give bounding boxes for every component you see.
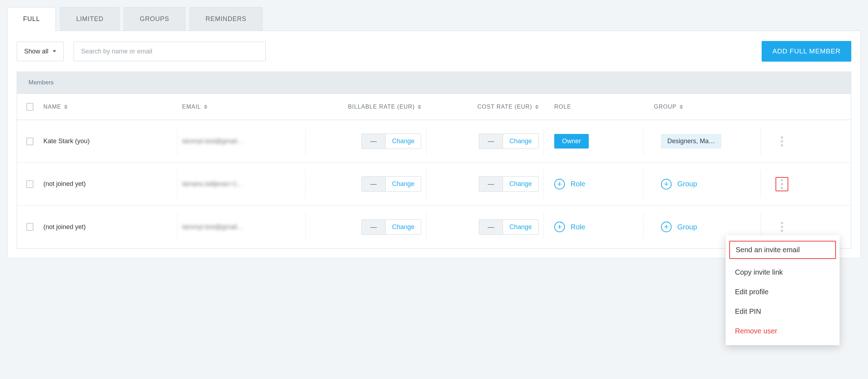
group-chip[interactable]: Designers, Ma…: [661, 134, 721, 149]
cell-role: Owner: [544, 120, 643, 162]
add-group-label: Group: [677, 223, 697, 231]
member-email: tamara.radijevac+1…: [182, 180, 243, 188]
select-all-checkbox[interactable]: [26, 103, 33, 111]
rate-value: —: [362, 177, 386, 191]
add-group-button[interactable]: + Group: [661, 222, 697, 232]
search-input[interactable]: [74, 42, 266, 61]
change-rate-button[interactable]: Change: [503, 134, 538, 149]
col-name-label: NAME: [43, 104, 61, 110]
col-role: ROLE: [544, 104, 643, 110]
rate-value: —: [479, 134, 503, 149]
cell-email: tammyt.test@gmail…: [177, 120, 305, 162]
cell-cost: — Change: [426, 163, 544, 205]
cell-email: tamara.radijevac+1…: [177, 163, 305, 205]
cell-actions: [761, 163, 803, 205]
rate-value: —: [362, 134, 386, 149]
cell-role: + Role: [544, 206, 643, 248]
table-title: Members: [17, 72, 851, 94]
member-name: Kate Stark (you): [43, 137, 90, 145]
cell-name: (not joined yet): [38, 206, 177, 248]
cell-billable: — Change: [305, 120, 426, 162]
cell-name: Kate Stark (you): [38, 120, 177, 162]
col-cost[interactable]: COST RATE (EUR): [426, 104, 544, 110]
filter-dropdown[interactable]: Show all: [17, 42, 64, 61]
tab-limited[interactable]: LIMITED: [60, 7, 120, 31]
add-role-button[interactable]: + Role: [554, 222, 585, 232]
role-badge-owner: Owner: [554, 134, 589, 149]
col-group-label: GROUP: [654, 104, 677, 110]
member-email: tammyt.test@gmail…: [182, 137, 243, 145]
table-row: Kate Stark (you) tammyt.test@gmail… — Ch…: [17, 120, 851, 163]
main-panel: Show all ADD FULL MEMBER Members NAME EM: [7, 31, 861, 258]
tab-reminders[interactable]: REMINDERS: [190, 7, 263, 31]
menu-edit-profile[interactable]: Edit profile: [726, 282, 840, 302]
table-header: NAME EMAIL BILLABLE RATE (EUR) COST RATE…: [17, 94, 851, 120]
table-row: (not joined yet) tamara.radijevac+1… — C…: [17, 163, 851, 206]
row-checkbox[interactable]: [26, 180, 33, 188]
change-rate-button[interactable]: Change: [503, 220, 538, 234]
col-cost-label: COST RATE (EUR): [477, 104, 532, 110]
chevron-down-icon: [53, 50, 56, 52]
tab-groups[interactable]: GROUPS: [124, 7, 185, 31]
tab-full[interactable]: FULL: [7, 7, 56, 31]
cell-cost: — Change: [426, 120, 544, 162]
plus-circle-icon: +: [661, 222, 672, 232]
add-role-label: Role: [571, 180, 585, 188]
tabs-bar: FULL LIMITED GROUPS REMINDERS: [7, 7, 861, 31]
rate-value: —: [362, 220, 386, 234]
sort-icon: [204, 105, 207, 109]
cell-email: tammyt.test@gmail…: [177, 206, 305, 248]
rate-value: —: [479, 220, 503, 234]
cell-billable: — Change: [305, 206, 426, 248]
col-billable[interactable]: BILLABLE RATE (EUR): [305, 104, 426, 110]
add-group-button[interactable]: + Group: [661, 179, 697, 190]
col-email-label: EMAIL: [182, 104, 201, 110]
col-name[interactable]: NAME: [38, 104, 177, 110]
billable-rate-widget: — Change: [361, 176, 421, 192]
cell-role: + Role: [544, 163, 643, 205]
change-rate-button[interactable]: Change: [386, 177, 421, 191]
cell-group: Designers, Ma…: [643, 120, 761, 162]
members-table: Members NAME EMAIL BILLABLE RATE (EUR): [17, 72, 851, 249]
add-group-label: Group: [677, 180, 697, 188]
cell-billable: — Change: [305, 163, 426, 205]
change-rate-button[interactable]: Change: [386, 134, 421, 149]
col-billable-label: BILLABLE RATE (EUR): [348, 104, 415, 110]
sort-icon: [679, 105, 683, 109]
plus-circle-icon: +: [554, 179, 565, 190]
toolbar: Show all ADD FULL MEMBER: [7, 31, 861, 72]
plus-circle-icon: +: [554, 222, 565, 232]
billable-rate-widget: — Change: [361, 219, 421, 235]
row-actions-menu-button[interactable]: [776, 177, 788, 191]
cell-cost: — Change: [426, 206, 544, 248]
menu-copy-invite-link[interactable]: Copy invite link: [726, 263, 840, 282]
member-email: tammyt.test@gmail…: [182, 223, 243, 231]
col-group[interactable]: GROUP: [643, 104, 761, 110]
col-role-label: ROLE: [554, 104, 571, 110]
cell-name: (not joined yet): [38, 163, 177, 205]
change-rate-button[interactable]: Change: [503, 177, 538, 191]
billable-rate-widget: — Change: [361, 134, 421, 149]
sort-icon: [418, 105, 421, 109]
sort-icon: [64, 105, 68, 109]
menu-remove-user[interactable]: Remove user: [726, 321, 840, 341]
sort-icon: [535, 105, 539, 109]
cell-group: + Group: [643, 163, 761, 205]
col-email[interactable]: EMAIL: [177, 104, 305, 110]
cost-rate-widget: — Change: [479, 219, 539, 235]
row-actions-menu-button[interactable]: [776, 220, 788, 234]
change-rate-button[interactable]: Change: [386, 220, 421, 234]
plus-circle-icon: +: [661, 179, 672, 190]
row-checkbox[interactable]: [26, 223, 33, 231]
row-checkbox[interactable]: [26, 137, 33, 145]
member-name: (not joined yet): [43, 180, 86, 188]
rate-value: —: [479, 177, 503, 191]
row-actions-menu: Send an invite email Copy invite link Ed…: [726, 235, 840, 345]
menu-edit-pin[interactable]: Edit PIN: [726, 302, 840, 321]
cost-rate-widget: — Change: [479, 176, 539, 192]
add-full-member-button[interactable]: ADD FULL MEMBER: [762, 41, 851, 62]
menu-send-invite[interactable]: Send an invite email: [729, 241, 836, 259]
add-role-button[interactable]: + Role: [554, 179, 585, 190]
row-actions-menu-button[interactable]: [776, 134, 788, 149]
cell-actions: [761, 120, 803, 162]
